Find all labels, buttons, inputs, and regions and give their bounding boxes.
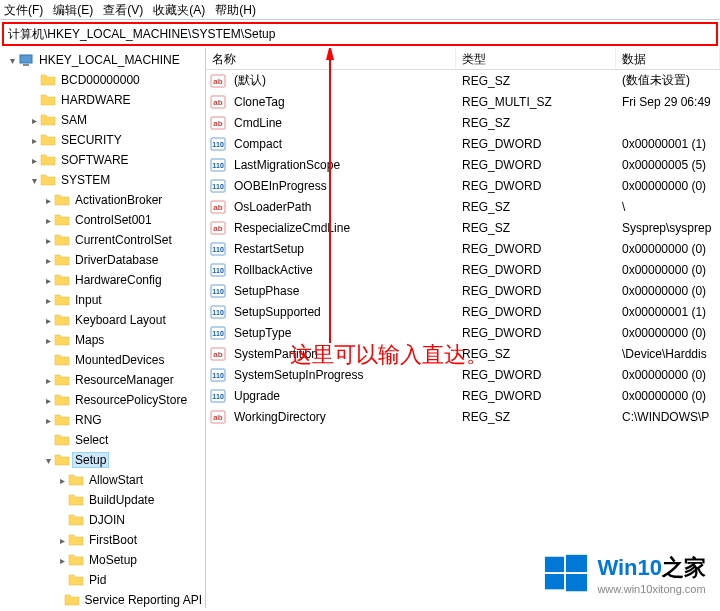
tree-item-mosetup[interactable]: ▸MoSetup [0, 550, 205, 570]
value-row[interactable]: abSystemPartitionREG_SZ\Device\Harddis [206, 343, 720, 364]
svg-text:110: 110 [212, 141, 224, 148]
folder-icon [54, 392, 70, 408]
value-name: RespecializeCmdLine [228, 220, 456, 236]
chevron-right-icon[interactable]: ▸ [42, 255, 54, 266]
chevron-down-icon[interactable]: ▾ [28, 175, 40, 186]
chevron-right-icon[interactable]: ▸ [42, 235, 54, 246]
tree-item-allowstart[interactable]: ▸AllowStart [0, 470, 205, 490]
column-name[interactable]: 名称 [206, 48, 456, 69]
menu-edit[interactable]: 编辑(E) [53, 2, 93, 17]
value-row[interactable]: 110RestartSetupREG_DWORD0x00000000 (0) [206, 238, 720, 259]
value-data: \ [616, 199, 720, 215]
tree-item-sam[interactable]: ▸SAM [0, 110, 205, 130]
chevron-right-icon[interactable]: ▸ [42, 395, 54, 406]
value-row[interactable]: abWorkingDirectoryREG_SZC:\WINDOWS\P [206, 406, 720, 427]
tree-item-label: MountedDevices [72, 352, 167, 368]
value-row[interactable]: ab(默认)REG_SZ(数值未设置) [206, 70, 720, 91]
menu-help[interactable]: 帮助(H) [215, 2, 256, 17]
column-data[interactable]: 数据 [616, 48, 720, 69]
value-type: REG_MULTI_SZ [456, 94, 616, 110]
chevron-right-icon[interactable]: ▸ [42, 415, 54, 426]
value-type: REG_DWORD [456, 178, 616, 194]
value-name: Upgrade [228, 388, 456, 404]
value-row[interactable]: 110SetupPhaseREG_DWORD0x00000000 (0) [206, 280, 720, 301]
folder-icon [40, 92, 56, 108]
tree-item-bcd00000000[interactable]: BCD00000000 [0, 70, 205, 90]
value-row[interactable]: 110SetupSupportedREG_DWORD0x00000001 (1) [206, 301, 720, 322]
menu-favorites[interactable]: 收藏夹(A) [153, 2, 205, 17]
folder-icon [68, 572, 84, 588]
binary-value-icon: 110 [210, 241, 226, 257]
value-row[interactable]: 110SetupTypeREG_DWORD0x00000000 (0) [206, 322, 720, 343]
value-row[interactable]: abRespecializeCmdLineREG_SZSysprep\syspr… [206, 217, 720, 238]
tree-item-input[interactable]: ▸Input [0, 290, 205, 310]
address-bar[interactable]: 计算机\HKEY_LOCAL_MACHINE\SYSTEM\Setup [2, 22, 718, 46]
chevron-right-icon[interactable]: ▸ [42, 335, 54, 346]
tree-item-controlset001[interactable]: ▸ControlSet001 [0, 210, 205, 230]
tree-item-hardware[interactable]: HARDWARE [0, 90, 205, 110]
registry-tree[interactable]: ▾ HKEY_LOCAL_MACHINE BCD00000000HARDWARE… [0, 48, 206, 608]
value-name: RollbackActive [228, 262, 456, 278]
menu-file[interactable]: 文件(F) [4, 2, 43, 17]
tree-item-driverdatabase[interactable]: ▸DriverDatabase [0, 250, 205, 270]
chevron-right-icon[interactable]: ▸ [28, 135, 40, 146]
tree-item-service-reporting-api[interactable]: Service Reporting API [0, 590, 205, 608]
value-data: Sysprep\sysprep [616, 220, 720, 236]
tree-item-djoin[interactable]: DJOIN [0, 510, 205, 530]
chevron-right-icon[interactable]: ▸ [56, 475, 68, 486]
tree-item-mounteddevices[interactable]: MountedDevices [0, 350, 205, 370]
chevron-right-icon[interactable]: ▸ [42, 375, 54, 386]
tree-item-hardwareconfig[interactable]: ▸HardwareConfig [0, 270, 205, 290]
chevron-down-icon[interactable]: ▾ [42, 455, 54, 466]
folder-icon [40, 152, 56, 168]
chevron-right-icon[interactable]: ▸ [56, 555, 68, 566]
tree-item-rng[interactable]: ▸RNG [0, 410, 205, 430]
chevron-down-icon[interactable]: ▾ [6, 55, 18, 66]
chevron-right-icon[interactable]: ▸ [56, 535, 68, 546]
value-row[interactable]: abOsLoaderPathREG_SZ\ [206, 196, 720, 217]
tree-root[interactable]: ▾ HKEY_LOCAL_MACHINE [0, 50, 205, 70]
chevron-right-icon[interactable]: ▸ [28, 115, 40, 126]
value-row[interactable]: abCmdLineREG_SZ [206, 112, 720, 133]
folder-icon [68, 472, 84, 488]
tree-item-select[interactable]: Select [0, 430, 205, 450]
chevron-right-icon[interactable]: ▸ [42, 195, 54, 206]
value-row[interactable]: 110CompactREG_DWORD0x00000001 (1) [206, 133, 720, 154]
value-row[interactable]: 110OOBEInProgressREG_DWORD0x00000000 (0) [206, 175, 720, 196]
tree-item-setup[interactable]: ▾Setup [0, 450, 205, 470]
svg-text:110: 110 [212, 246, 224, 253]
tree-root-label: HKEY_LOCAL_MACHINE [36, 52, 183, 68]
value-type: REG_DWORD [456, 241, 616, 257]
tree-item-pid[interactable]: Pid [0, 570, 205, 590]
tree-item-firstboot[interactable]: ▸FirstBoot [0, 530, 205, 550]
menu-view[interactable]: 查看(V) [103, 2, 143, 17]
svg-text:110: 110 [212, 330, 224, 337]
value-row[interactable]: 110SystemSetupInProgressREG_DWORD0x00000… [206, 364, 720, 385]
chevron-right-icon[interactable]: ▸ [42, 315, 54, 326]
binary-value-icon: 110 [210, 388, 226, 404]
value-name: RestartSetup [228, 241, 456, 257]
chevron-right-icon[interactable]: ▸ [42, 295, 54, 306]
value-row[interactable]: abCloneTagREG_MULTI_SZFri Sep 29 06:49 [206, 91, 720, 112]
tree-item-label: BCD00000000 [58, 72, 143, 88]
value-row[interactable]: 110UpgradeREG_DWORD0x00000000 (0) [206, 385, 720, 406]
tree-item-resourcepolicystore[interactable]: ▸ResourcePolicyStore [0, 390, 205, 410]
tree-item-buildupdate[interactable]: BuildUpdate [0, 490, 205, 510]
tree-item-maps[interactable]: ▸Maps [0, 330, 205, 350]
column-type[interactable]: 类型 [456, 48, 616, 69]
value-row[interactable]: 110LastMigrationScopeREG_DWORD0x00000005… [206, 154, 720, 175]
tree-item-currentcontrolset[interactable]: ▸CurrentControlSet [0, 230, 205, 250]
tree-item-system[interactable]: ▾SYSTEM [0, 170, 205, 190]
value-row[interactable]: 110RollbackActiveREG_DWORD0x00000000 (0) [206, 259, 720, 280]
value-type: REG_DWORD [456, 304, 616, 320]
svg-text:110: 110 [212, 162, 224, 169]
chevron-right-icon[interactable]: ▸ [28, 155, 40, 166]
tree-item-keyboard-layout[interactable]: ▸Keyboard Layout [0, 310, 205, 330]
tree-item-resourcemanager[interactable]: ▸ResourceManager [0, 370, 205, 390]
chevron-right-icon[interactable]: ▸ [42, 215, 54, 226]
tree-item-software[interactable]: ▸SOFTWARE [0, 150, 205, 170]
tree-item-label: DriverDatabase [72, 252, 161, 268]
tree-item-activationbroker[interactable]: ▸ActivationBroker [0, 190, 205, 210]
tree-item-security[interactable]: ▸SECURITY [0, 130, 205, 150]
chevron-right-icon[interactable]: ▸ [42, 275, 54, 286]
